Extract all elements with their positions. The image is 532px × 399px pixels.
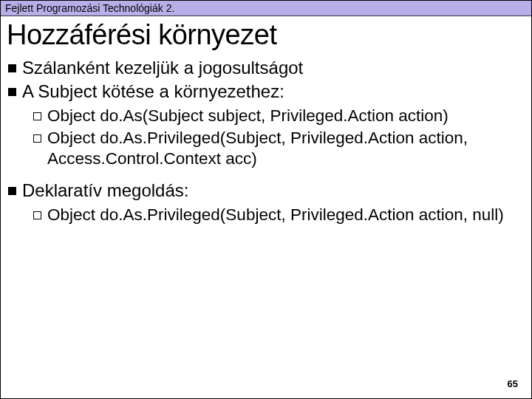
bullet-text: A Subject kötése a környezethez: xyxy=(22,81,284,103)
bullet-level1: Szálanként kezeljük a jogosultságot xyxy=(8,57,524,79)
hollow-bullet-icon xyxy=(33,134,41,143)
bullet-level2: Object do.As.Privileged(Subject, Privile… xyxy=(33,205,524,225)
square-bullet-icon xyxy=(8,187,16,195)
course-title: Fejlett Programozási Technológiák 2. xyxy=(5,2,174,14)
content-area: Szálanként kezeljük a jogosultságot A Su… xyxy=(1,57,531,226)
bullet-text: Object do.As(Subject subject, Privileged… xyxy=(47,106,449,126)
square-bullet-icon xyxy=(8,64,16,72)
bullet-level1: A Subject kötése a környezethez: xyxy=(8,81,524,103)
slide-title: Hozzáférési környezet xyxy=(1,16,531,57)
hollow-bullet-icon xyxy=(33,211,41,219)
bullet-text: Object do.As.Privileged(Subject, Privile… xyxy=(47,205,504,225)
hollow-bullet-icon xyxy=(33,112,41,120)
sublist: Object do.As.Privileged(Subject, Privile… xyxy=(8,205,524,225)
page-number: 65 xyxy=(508,378,518,389)
bullet-level2: Object do.As(Subject subject, Privileged… xyxy=(33,106,524,126)
sublist: Object do.As(Subject subject, Privileged… xyxy=(8,106,524,169)
bullet-level1: Deklaratív megoldás: xyxy=(8,180,524,202)
bullet-text: Deklaratív megoldás: xyxy=(22,180,188,202)
bullet-text: Object do.As.Privileged(Subject, Privile… xyxy=(47,128,524,169)
bullet-text: Szálanként kezeljük a jogosultságot xyxy=(22,57,303,79)
square-bullet-icon xyxy=(8,88,16,96)
header-bar: Fejlett Programozási Technológiák 2. xyxy=(1,1,531,16)
bullet-level2: Object do.As.Privileged(Subject, Privile… xyxy=(33,128,524,169)
